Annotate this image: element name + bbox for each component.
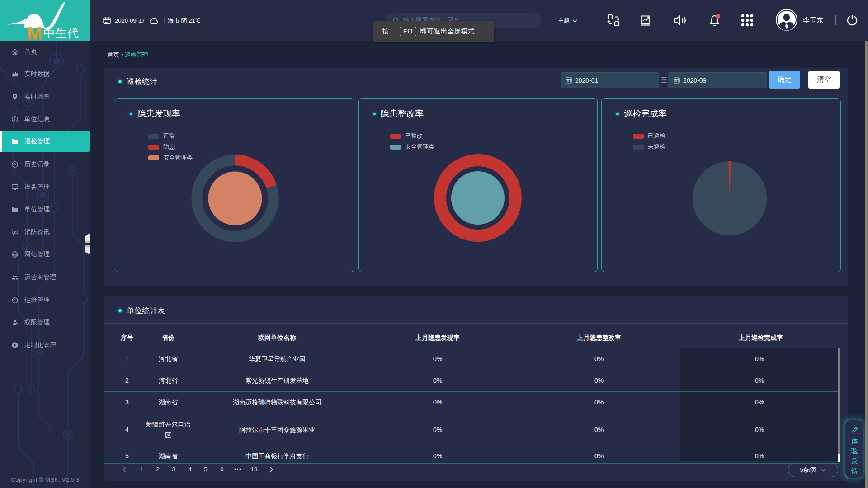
svg-text:中生代: 中生代 (43, 26, 79, 40)
svg-text:M: M (27, 23, 42, 41)
